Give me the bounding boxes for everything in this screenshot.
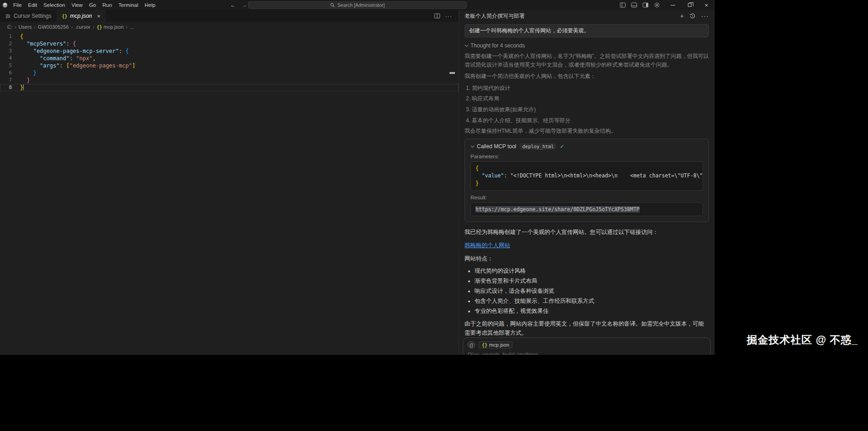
- gear-icon[interactable]: [654, 2, 660, 8]
- code-token: "edgeone-pages-mcp": [69, 62, 132, 69]
- code-text: "command": "npx",: [20, 55, 96, 62]
- menu-edit[interactable]: Edit: [25, 2, 41, 8]
- code-token: }: [33, 70, 36, 76]
- editor-group: Cursor Settings {} mcp.json × ··· C:›Use…: [0, 10, 459, 355]
- chat-input-box[interactable]: @ {} mcp.json Plan, search, build anythi…: [463, 338, 711, 355]
- code-text: }: [20, 77, 30, 84]
- breadcrumb-item[interactable]: Users: [19, 24, 32, 30]
- code-line[interactable]: 6 }: [0, 69, 459, 77]
- code-token: [20, 41, 26, 47]
- feature-item: 专业的色彩搭配，视觉效果佳: [475, 307, 709, 315]
- code-text: "edgeone-pages-mcp-server": {: [20, 47, 129, 55]
- code-text: }: [20, 69, 36, 77]
- history-icon[interactable]: [689, 13, 696, 19]
- code-token: [20, 48, 33, 54]
- back-arrow-icon[interactable]: ←: [230, 2, 236, 8]
- chevron-down-icon: [470, 144, 474, 147]
- features-label: 网站特点：: [465, 254, 709, 263]
- code-line[interactable]: 2 "mcpServers": {: [0, 40, 459, 47]
- code-token: :: [119, 48, 125, 54]
- cursor-logo-icon: [0, 2, 10, 8]
- tab-cursor-settings[interactable]: Cursor Settings: [0, 10, 57, 22]
- code-token: }: [20, 84, 23, 91]
- menu-go[interactable]: Go: [86, 2, 99, 8]
- code-token: "npx": [76, 55, 93, 62]
- search-icon: [330, 3, 335, 8]
- code-token: {: [20, 33, 23, 40]
- toggle-sidebar-right-icon[interactable]: [642, 2, 649, 8]
- breadcrumb-item[interactable]: GW00305256: [38, 24, 69, 30]
- feature-item: 响应式设计，适合各种设备浏览: [475, 287, 709, 295]
- menu-help[interactable]: Help: [141, 2, 159, 8]
- code-editor[interactable]: 1{2 "mcpServers": {3 "edgeone-pages-mcp-…: [0, 32, 459, 355]
- code-line[interactable]: 7 }: [0, 77, 459, 84]
- tool-call-toggle[interactable]: Called MCP tool deploy_html ✓: [470, 143, 703, 150]
- code-text: {: [20, 33, 23, 40]
- thought-label: Thought for 4 seconds: [470, 42, 525, 49]
- thought-paragraph: 我会尽量保持HTML简单，减少可能导致部署失败的复杂结构。: [465, 127, 709, 135]
- tab-mcp-json[interactable]: {} mcp.json ×: [57, 10, 106, 22]
- menu-terminal[interactable]: Terminal: [115, 2, 141, 8]
- split-editor-icon[interactable]: [434, 13, 440, 19]
- feature-item: 包含个人简介、技能展示、工作经历和联系方式: [475, 297, 709, 305]
- breadcrumb-item[interactable]: ...: [130, 24, 134, 30]
- feature-item: 渐变色背景和卡片式布局: [475, 277, 709, 285]
- code-token: :: [504, 172, 510, 179]
- breadcrumb-separator-icon: ›: [93, 24, 94, 30]
- search-placeholder: Search [Administrator]: [337, 2, 385, 8]
- breadcrumb-item[interactable]: C:: [7, 24, 12, 30]
- line-number: 5: [0, 62, 12, 69]
- breadcrumb-item[interactable]: {}mcp.json: [97, 24, 124, 30]
- tab-close-icon[interactable]: ×: [97, 13, 101, 20]
- code-line[interactable]: 1{: [0, 33, 459, 40]
- menu-bar: FileEditSelectionViewGoRunTerminalHelp: [10, 2, 159, 8]
- thought-list-item: 3. 适量的动画效果(如果允许): [466, 105, 709, 114]
- menu-file[interactable]: File: [10, 2, 25, 8]
- menu-selection[interactable]: Selection: [40, 2, 68, 8]
- code-token: :: [60, 62, 66, 69]
- thought-toggle[interactable]: Thought for 4 seconds: [465, 42, 709, 49]
- code-line[interactable]: 5 "args": ["edgeone-pages-mcp"]: [0, 62, 459, 69]
- code-token: [20, 62, 40, 69]
- chat-more-icon[interactable]: ···: [701, 12, 709, 20]
- thought-list-item: 4. 基本的个人介绍、技能展示、经历等部分: [466, 116, 709, 125]
- tool-name-badge: deploy_html: [520, 143, 556, 150]
- more-actions-icon[interactable]: ···: [445, 13, 452, 20]
- line-number: 3: [0, 47, 12, 55]
- input-placeholder: Plan, search, build anything: [468, 352, 706, 355]
- close-button[interactable]: ×: [698, 0, 715, 10]
- mention-icon[interactable]: @: [468, 341, 475, 348]
- code-line[interactable]: 4 "command": "npx",: [0, 55, 459, 62]
- toggle-panel-icon[interactable]: [631, 2, 637, 8]
- code-line[interactable]: 8}: [0, 84, 459, 91]
- nav-arrows: ← →: [230, 2, 247, 8]
- code-token: {: [125, 48, 129, 54]
- breadcrumb-separator-icon: ›: [71, 24, 73, 30]
- menu-view[interactable]: View: [68, 2, 86, 8]
- context-chip-label: mcp.json: [489, 342, 509, 348]
- tool-result-code: https://mcp.edgeone.site/share/0DZLPGoJ5…: [470, 203, 703, 217]
- breadcrumb-separator-icon: ›: [34, 24, 36, 30]
- code-token: ]: [132, 62, 135, 69]
- menu-run[interactable]: Run: [99, 2, 115, 8]
- breadcrumb-item[interactable]: .cursor: [75, 24, 91, 30]
- code-line: {: [475, 165, 698, 172]
- website-link[interactable]: 韩梅梅的个人网站: [465, 242, 510, 249]
- code-token: ,: [93, 55, 96, 62]
- context-chip[interactable]: {} mcp.json: [479, 341, 512, 348]
- code-line[interactable]: 3 "edgeone-pages-mcp-server": {: [0, 47, 459, 55]
- command-center-search[interactable]: Search [Administrator]: [248, 1, 467, 9]
- mcp-tool-call-card: Called MCP tool deploy_html ✓ Parameters…: [465, 139, 709, 223]
- context-row: @ {} mcp.json: [468, 341, 706, 348]
- restore-button[interactable]: [681, 0, 698, 10]
- chat-header: 老板个人简介撰写与部署 + ···: [459, 10, 714, 22]
- json-file-icon: {}: [62, 14, 67, 19]
- code-token: "args": [40, 62, 59, 69]
- code-token: [475, 172, 482, 179]
- minimize-button[interactable]: [664, 0, 681, 10]
- line-number: 8: [0, 84, 12, 91]
- forward-arrow-icon[interactable]: →: [242, 2, 247, 8]
- toggle-sidebar-left-icon[interactable]: [620, 2, 626, 8]
- new-chat-icon[interactable]: +: [680, 12, 684, 20]
- result-url[interactable]: https://mcp.edgeone.site/share/0DZLPGoJ5…: [475, 206, 640, 213]
